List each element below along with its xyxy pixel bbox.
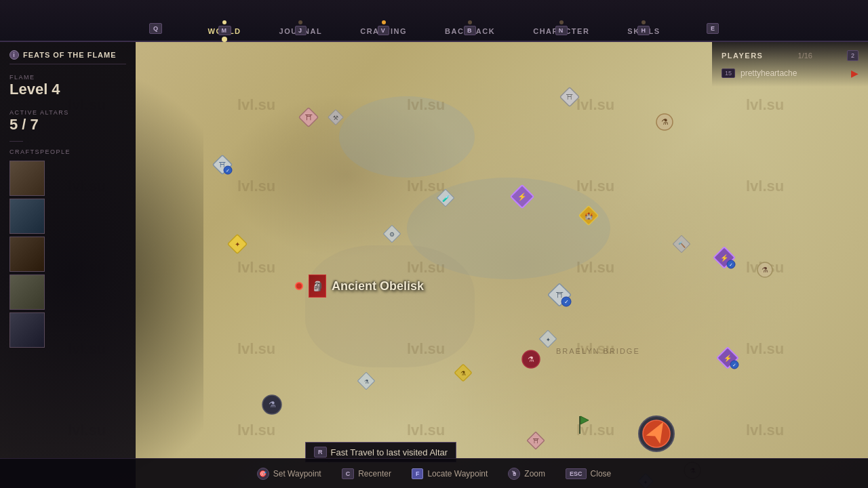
svg-text:⚗: ⚗ — [528, 355, 534, 363]
flame-label: FLAME — [9, 74, 126, 81]
marker-purple-1[interactable]: ⚡ — [509, 183, 536, 213]
player-position — [636, 413, 677, 457]
locate-player-icon[interactable]: ▶ — [851, 68, 859, 79]
svg-text:⚡: ⚡ — [517, 192, 527, 201]
nav-crafting-dot — [382, 20, 386, 24]
marker-top-right-altar[interactable]: ⛩ — [557, 85, 582, 112]
marker-pink-rune[interactable]: ⛩ — [524, 429, 547, 455]
svg-text:✓: ✓ — [732, 363, 736, 367]
svg-text:⚡: ⚡ — [724, 354, 732, 363]
zoom-label: Zoom — [524, 469, 545, 479]
svg-text:✓: ✓ — [729, 262, 733, 267]
set-waypoint-action[interactable]: 🎯 Set Waypoint — [257, 468, 321, 480]
flame-level: Level 4 — [9, 81, 126, 98]
svg-text:⚗: ⚗ — [269, 400, 276, 409]
nav-world[interactable]: M WORLD — [189, 20, 260, 41]
nav-skills-dot — [642, 20, 646, 24]
marker-flag[interactable] — [570, 413, 590, 439]
craftspeople-label: CRAFTSPEOPLE — [9, 148, 126, 155]
close-label: Close — [591, 469, 612, 479]
nav-character-dot — [559, 20, 564, 24]
recenter-action[interactable]: C Recenter — [342, 468, 391, 479]
tooltip-key: R — [314, 447, 327, 458]
craftsperson-3[interactable] — [9, 237, 45, 272]
marker-purple-3[interactable]: ⚡ ✓ — [715, 345, 741, 373]
zoom-action[interactable]: 🖱 Zoom — [508, 468, 545, 480]
svg-text:⛩: ⛩ — [566, 94, 573, 101]
nav-world-key: M — [218, 26, 231, 35]
marker-purple-2[interactable]: ⚡ ✓ — [711, 245, 737, 273]
altars-value: 5 / 7 — [9, 116, 126, 134]
marker-flask-1[interactable]: 🧪 — [435, 188, 456, 211]
marker-craft-small[interactable]: ⚗ — [357, 371, 376, 393]
nav-key-e[interactable]: E — [707, 23, 719, 34]
svg-text:⚡: ⚡ — [720, 253, 729, 262]
waypoint-key-icon: 🎯 — [257, 468, 269, 480]
nav-crafting[interactable]: V CRAFTING — [341, 20, 426, 41]
svg-text:🏰: 🏰 — [585, 211, 593, 220]
marker-tower-gold[interactable]: 🏰 — [576, 203, 601, 230]
players-badge: 2 — [847, 50, 859, 61]
marker-pouch[interactable]: ⚗ — [260, 393, 283, 419]
svg-text:⛩: ⛩ — [305, 113, 313, 121]
marker-rune-yellow[interactable]: ✦ — [225, 232, 250, 259]
svg-text:🧪: 🧪 — [442, 195, 450, 203]
panel-title: i FEATS OF THE FLAME — [9, 50, 126, 64]
recenter-label: Recenter — [358, 469, 391, 479]
nav-skills[interactable]: H SKILLS — [608, 20, 679, 41]
craftsperson-4[interactable] — [9, 274, 45, 310]
locate-waypoint-label: Locate Waypoint — [427, 469, 488, 479]
craftspeople-section: CRAFTSPEOPLE — [9, 148, 126, 348]
recenter-key: C — [342, 468, 355, 479]
player-level: 15 — [722, 68, 735, 78]
close-action[interactable]: ESC Close — [566, 468, 611, 479]
marker-bag[interactable]: ⚗ — [520, 348, 542, 373]
nav-crafting-key: V — [378, 26, 390, 35]
nav-items: Q M WORLD J JOURNAL V CRAFTING B BACKPAC… — [189, 20, 679, 41]
player-entry[interactable]: 15 prettyheartache ▶ — [722, 68, 859, 79]
svg-text:⛩: ⛩ — [533, 438, 539, 445]
locate-key: F — [412, 468, 424, 479]
nav-key-q[interactable]: Q — [149, 23, 162, 34]
svg-text:✦: ✦ — [546, 337, 551, 343]
nav-character[interactable]: N CHARACTER — [514, 20, 608, 41]
svg-text:✓: ✓ — [564, 299, 569, 305]
nav-skills-key: H — [637, 26, 650, 35]
set-waypoint-label: Set Waypoint — [273, 469, 321, 479]
marker-2[interactable]: ⚒ — [326, 107, 346, 130]
marker-hammer[interactable]: 🔨 — [671, 234, 692, 257]
marker-altar-check[interactable]: ⛩ ✓ — [546, 281, 573, 311]
craftsperson-5[interactable] — [9, 312, 45, 348]
nav-backpack[interactable]: B BACKPACK — [426, 20, 514, 41]
marker-1[interactable]: ⛩ — [296, 104, 321, 133]
craftsperson-2[interactable] — [9, 199, 45, 234]
players-count: 1/16 — [798, 52, 812, 60]
marker-flask-right[interactable]: ⚗ — [755, 260, 775, 283]
player-name: prettyheartache — [741, 68, 797, 78]
players-header: PLAYERS 1/16 2 — [722, 50, 859, 61]
svg-text:⚗: ⚗ — [364, 379, 369, 385]
marker-shrine-checked[interactable]: ⛩ ✓ — [210, 152, 235, 180]
locate-waypoint-action[interactable]: F Locate Waypoint — [412, 468, 488, 479]
marker-flask-gold[interactable]: ⚗ — [452, 362, 474, 386]
svg-text:⚗: ⚗ — [661, 117, 669, 127]
nav-backpack-dot — [468, 20, 472, 24]
svg-text:✓: ✓ — [226, 168, 230, 173]
players-title: PLAYERS — [722, 52, 763, 60]
svg-text:⚗: ⚗ — [762, 266, 768, 274]
svg-marker-51 — [580, 416, 589, 424]
divider — [9, 141, 23, 142]
marker-potion-top[interactable]: ⚗ — [654, 111, 675, 136]
svg-text:⛩: ⛩ — [556, 291, 564, 299]
craftsperson-1[interactable] — [9, 161, 45, 196]
close-key: ESC — [566, 468, 587, 479]
info-icon: i — [9, 50, 19, 60]
svg-text:✦: ✦ — [235, 241, 240, 248]
nav-backpack-key: B — [464, 26, 476, 35]
right-panel: PLAYERS 1/16 2 15 prettyheartache ▶ — [712, 42, 868, 87]
marker-craft-1[interactable]: ⚙ — [381, 223, 403, 247]
svg-text:🔨: 🔨 — [678, 241, 686, 249]
ancient-obelisk-marker[interactable]: 🗿 Ancient Obelisk — [295, 274, 424, 298]
nav-journal[interactable]: J JOURNAL — [260, 20, 342, 41]
nav-character-key: N — [555, 26, 568, 35]
